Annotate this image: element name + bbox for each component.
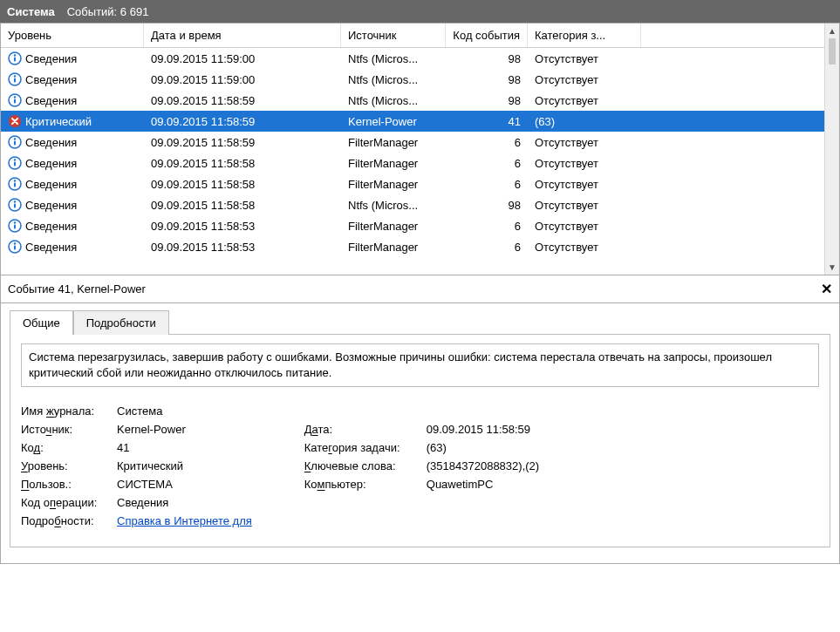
svg-point-7: [14, 96, 16, 98]
svg-rect-15: [14, 162, 16, 166]
cell-code: 98: [446, 73, 528, 86]
table-row[interactable]: Сведения09.09.2015 11:58:59FilterManager…: [1, 132, 824, 153]
label-logname: Имя журнала:: [21, 404, 117, 418]
value-opcode: Сведения: [117, 496, 168, 509]
label-date: Дата:: [304, 423, 427, 436]
detail-header-title: Событие 41, Kernel-Power: [8, 282, 146, 296]
event-message: Система перезагрузилась, завершив работу…: [21, 343, 819, 387]
label-source: Источник:: [21, 423, 117, 436]
value-source: Kernel-Power: [117, 423, 186, 436]
cell-category: Отсутствует: [528, 94, 641, 107]
label-computer: Компьютер:: [304, 478, 427, 491]
info-icon: [8, 51, 22, 65]
value-keywords: (35184372088832),(2): [427, 459, 539, 472]
value-date: 09.09.2015 11:58:59: [427, 423, 530, 436]
col-header-category[interactable]: Категория з...: [528, 24, 641, 47]
tab-details[interactable]: Подробности: [73, 310, 169, 335]
svg-point-17: [14, 180, 16, 181]
col-header-code[interactable]: Код события: [446, 24, 528, 47]
cell-datetime: 09.09.2015 11:59:00: [144, 73, 341, 86]
cell-level: Сведения: [25, 199, 77, 212]
info-icon: [8, 135, 22, 149]
cell-category: Отсутствует: [528, 178, 641, 191]
titlebar-count: Событий: 6 691: [67, 5, 149, 18]
cell-source: Ntfs (Micros...: [341, 94, 446, 107]
tabs: Общие Подробности: [10, 310, 830, 335]
cell-source: Ntfs (Micros...: [341, 73, 446, 86]
tab-panel-general: Система перезагрузилась, завершив работу…: [10, 335, 830, 547]
detail-header: Событие 41, Kernel-Power ✕: [0, 275, 840, 303]
cell-source: FilterManager: [341, 178, 446, 191]
scroll-down-arrow-icon[interactable]: ▼: [825, 260, 839, 275]
svg-point-20: [14, 200, 16, 202]
event-list: Уровень Дата и время Источник Код событи…: [0, 23, 840, 275]
info-icon: [8, 72, 22, 86]
info-icon: [8, 177, 22, 191]
svg-rect-12: [14, 141, 16, 146]
value-user: СИСТЕМА: [117, 478, 173, 491]
info-icon: [8, 156, 22, 170]
svg-point-14: [14, 159, 16, 160]
cell-source: FilterManager: [341, 157, 446, 170]
info-icon: [8, 240, 22, 254]
cell-source: FilterManager: [341, 241, 446, 254]
table-row[interactable]: Сведения09.09.2015 11:58:58FilterManager…: [1, 153, 824, 173]
cell-datetime: 09.09.2015 11:58:53: [144, 241, 341, 254]
table-row[interactable]: Сведения09.09.2015 11:58:59Ntfs (Micros.…: [1, 90, 824, 111]
tab-general[interactable]: Общие: [10, 310, 73, 335]
svg-rect-2: [14, 58, 16, 62]
cell-code: 6: [446, 178, 528, 191]
svg-rect-5: [14, 78, 16, 83]
table-row[interactable]: Сведения09.09.2015 11:59:00Ntfs (Micros.…: [1, 69, 824, 90]
cell-category: Отсутствует: [528, 241, 641, 254]
svg-point-26: [14, 242, 16, 244]
cell-code: 98: [446, 94, 528, 107]
svg-rect-18: [14, 183, 16, 187]
col-header-level[interactable]: Уровень: [1, 24, 144, 47]
cell-source: Ntfs (Micros...: [341, 52, 446, 65]
table-row[interactable]: Сведения09.09.2015 11:59:00Ntfs (Micros.…: [1, 48, 824, 69]
close-icon[interactable]: ✕: [821, 281, 832, 297]
link-online-help[interactable]: Справка в Интернете для: [117, 514, 252, 527]
cell-code: 41: [446, 115, 528, 128]
col-header-source[interactable]: Источник: [341, 24, 446, 47]
label-code: Код:: [21, 441, 117, 454]
titlebar-title: Система: [7, 5, 55, 18]
cell-code: 6: [446, 157, 528, 170]
label-user: Пользов.:: [21, 478, 117, 491]
value-code: 41: [117, 441, 129, 454]
cell-datetime: 09.09.2015 11:58:58: [144, 178, 341, 191]
cell-category: Отсутствует: [528, 52, 641, 65]
label-opcode: Код операции:: [21, 496, 117, 509]
table-row[interactable]: Сведения09.09.2015 11:58:58FilterManager…: [1, 173, 824, 194]
cell-datetime: 09.09.2015 11:58:59: [144, 115, 341, 128]
cell-datetime: 09.09.2015 11:58:59: [144, 136, 341, 149]
event-properties: Имя журнала:Система Источник:Kernel-Powe…: [21, 399, 819, 533]
col-header-datetime[interactable]: Дата и время: [144, 24, 341, 47]
cell-code: 6: [446, 136, 528, 149]
cell-source: FilterManager: [341, 136, 446, 149]
table-row[interactable]: Критический09.09.2015 11:58:59Kernel-Pow…: [1, 111, 824, 132]
vertical-scrollbar[interactable]: ▲ ▼: [824, 24, 839, 275]
table-row[interactable]: Сведения09.09.2015 11:58:53FilterManager…: [1, 215, 824, 236]
svg-rect-8: [14, 99, 16, 104]
table-row[interactable]: Сведения09.09.2015 11:58:58Ntfs (Micros.…: [1, 194, 824, 215]
value-computer: QuawetimPC: [427, 478, 494, 491]
scrollbar-thumb[interactable]: [829, 38, 836, 65]
cell-datetime: 09.09.2015 11:58:58: [144, 157, 341, 170]
cell-code: 98: [446, 199, 528, 212]
scroll-up-arrow-icon[interactable]: ▲: [825, 24, 839, 38]
cell-category: Отсутствует: [528, 136, 641, 149]
svg-rect-21: [14, 204, 16, 208]
cell-category: Отсутствует: [528, 220, 641, 233]
cell-level: Сведения: [25, 94, 77, 107]
svg-point-4: [14, 75, 16, 77]
cell-category: (63): [528, 115, 641, 128]
label-level: Уровень:: [21, 459, 117, 472]
cell-category: Отсутствует: [528, 199, 641, 212]
info-icon: [8, 93, 22, 107]
cell-code: 6: [446, 241, 528, 254]
cell-code: 98: [446, 52, 528, 65]
svg-point-11: [14, 138, 16, 139]
table-row[interactable]: Сведения09.09.2015 11:58:53FilterManager…: [1, 236, 824, 257]
